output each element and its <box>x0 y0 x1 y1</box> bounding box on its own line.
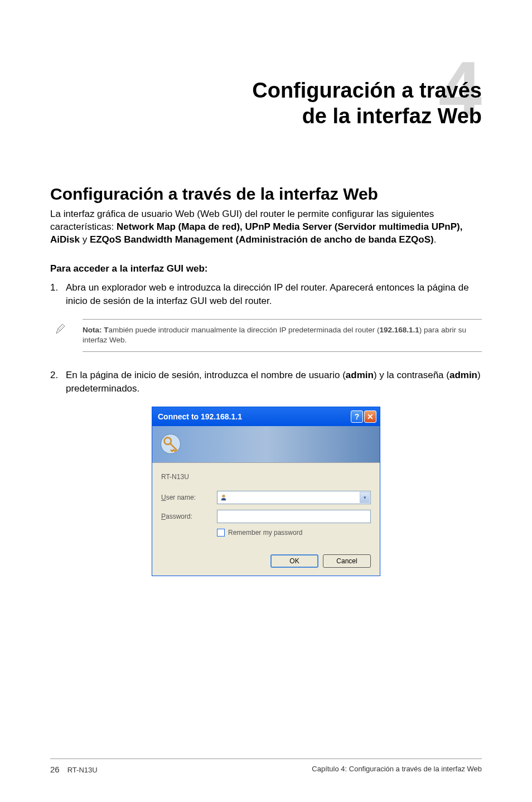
steps-heading: Para acceder a la interfaz GUI web: <box>50 263 482 274</box>
intro-mid: y <box>80 234 90 245</box>
checkbox-icon[interactable] <box>217 529 225 537</box>
remember-checkbox-row[interactable]: Remember my password <box>217 529 371 537</box>
note-text1: ambién puede introducir manualmente la d… <box>109 326 380 334</box>
step-2-mid: ) y la contraseña ( <box>374 370 449 380</box>
step-1-text: Abra un explorador web e introduzca la d… <box>66 281 482 308</box>
section-title: Configuración a través de la interfaz We… <box>50 185 482 204</box>
username-label-text: ser name: <box>166 494 196 501</box>
help-button[interactable]: ? <box>351 410 363 423</box>
note-ip: 192.168.1.1 <box>380 326 419 334</box>
footer-model: RT-N13U <box>67 766 98 774</box>
auth-dialog: Connect to 192.168.1.1 ? ✕ RT-N13U User … <box>152 407 380 576</box>
step-1: 1. Abra un explorador web e introduzca l… <box>50 281 482 308</box>
step-2-pre: En la página de inicio de sesión, introd… <box>66 370 346 380</box>
svg-point-6 <box>222 495 225 497</box>
chapter-title-line1: Configuración a través <box>252 79 482 102</box>
key-icon <box>159 432 182 456</box>
svg-line-0 <box>58 328 60 331</box>
password-accel: P <box>161 513 166 520</box>
password-label-text: assword: <box>166 513 192 520</box>
pencil-icon <box>55 319 71 337</box>
dialog-titlebar[interactable]: Connect to 192.168.1.1 ? ✕ <box>152 407 380 426</box>
page-footer: 26 RT-N13U Capítulo 4: Configuración a t… <box>50 758 482 774</box>
svg-line-1 <box>59 327 61 330</box>
step-2-bold2: admin <box>449 370 477 380</box>
chevron-down-icon[interactable]: ▾ <box>360 492 370 503</box>
remember-label: Remember my password <box>228 529 302 537</box>
svg-line-3 <box>61 325 64 327</box>
note-content: Nota: También puede introducir manualmen… <box>83 319 482 352</box>
step-1-number: 1. <box>50 281 66 308</box>
user-icon <box>220 494 228 501</box>
dialog-banner <box>152 426 380 463</box>
dialog-title-text: Connect to 192.168.1.1 <box>158 412 242 421</box>
footer-chapter: Capítulo 4: Configuración a través de la… <box>312 765 482 774</box>
step-2-number: 2. <box>50 369 66 395</box>
cancel-button[interactable]: Cancel <box>323 554 371 568</box>
step-2: 2. En la página de inicio de sesión, int… <box>50 369 482 395</box>
username-label: User name: <box>161 494 217 501</box>
password-label: Password: <box>161 513 217 520</box>
remember-accel: R <box>228 529 233 537</box>
note-box: Nota: También puede introducir manualmen… <box>50 319 482 352</box>
ok-button[interactable]: OK <box>270 554 318 568</box>
svg-line-2 <box>60 326 62 328</box>
intro-paragraph: La interfaz gráfica de usuario Web (Web … <box>50 208 482 247</box>
note-prefix: Nota: T <box>83 326 109 334</box>
page-number: 26 <box>50 765 60 774</box>
close-button[interactable]: ✕ <box>364 410 376 423</box>
remember-label-text: emember my password <box>233 529 303 537</box>
password-input[interactable] <box>217 510 371 523</box>
username-input[interactable]: ▾ <box>217 491 371 504</box>
intro-bold2: EZQoS Bandwidth Management (Administraci… <box>90 234 434 245</box>
step-2-bold1: admin <box>346 370 374 380</box>
step-2-text: En la página de inicio de sesión, introd… <box>66 369 482 395</box>
device-label: RT-N13U <box>161 473 371 481</box>
intro-post: . <box>434 234 437 245</box>
chapter-title: Configuración a través de la interfaz We… <box>50 78 482 129</box>
chapter-title-line2: de la interfaz Web <box>302 104 482 128</box>
username-accel: U <box>161 494 166 501</box>
